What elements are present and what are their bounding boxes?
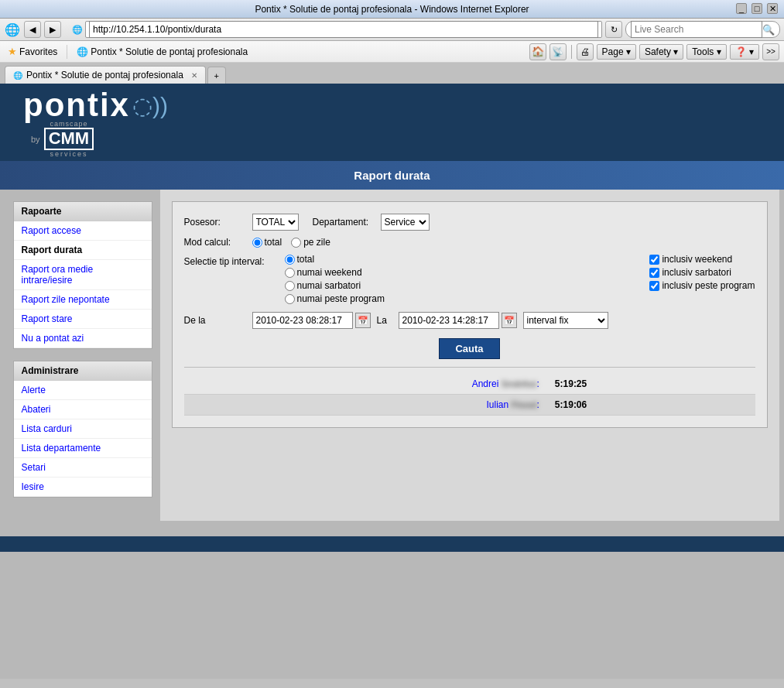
name-blur-andrei: Smdnfosi	[502, 379, 537, 388]
refresh-button[interactable]: ↻	[605, 21, 622, 38]
more-btn[interactable]: >>	[762, 43, 779, 60]
sidebar-item-lista-carduri[interactable]: Lista carduri	[14, 419, 152, 439]
interval-total-label[interactable]: total	[285, 254, 385, 265]
fav-sep	[67, 45, 67, 59]
tab-favicon: 🌐	[13, 71, 22, 80]
checkboxes-section: inclusiv weekend inclusiv sarbatori incl…	[649, 254, 755, 304]
maximize-btn[interactable]: □	[751, 3, 762, 14]
favorites-tab[interactable]: 🌐 Pontix * Solutie de pontaj profesional…	[74, 45, 251, 59]
address-bar[interactable]	[85, 21, 602, 38]
content-area: Rapoarte Raport accese Raport durata Rap…	[5, 190, 779, 521]
results-tbody: Andrei Smdnfosi: 5:19:25 Iulian Flnosd: …	[184, 374, 755, 416]
tab-pontix[interactable]: 🌐 Pontix * Solutie de pontaj profesional…	[5, 66, 206, 84]
sidebar-item-abateri[interactable]: Abateri	[14, 400, 152, 419]
inclusiv-sarbatori-checkbox[interactable]	[649, 268, 659, 278]
sidebar-item-iesire[interactable]: Iesire	[14, 477, 152, 497]
mod-calcul-pe-zile-radio[interactable]	[291, 238, 301, 248]
cauta-button[interactable]: Cauta	[439, 338, 499, 359]
de-la-calendar-btn[interactable]: 📅	[355, 313, 371, 328]
back-button[interactable]: ◀	[24, 21, 41, 38]
results-container: Andrei Smdnfosi: 5:19:25 Iulian Flnosd: …	[184, 367, 755, 416]
search-icon[interactable]: 🔍	[762, 24, 775, 36]
tab-label: Pontix * Solutie de pontaj profesionala	[26, 70, 183, 80]
mod-calcul-total-label[interactable]: total	[252, 237, 282, 248]
favorites-site-label: Pontix * Solutie de pontaj profesionala	[91, 46, 248, 57]
favorites-button[interactable]: ★ Favorites	[5, 44, 60, 59]
search-input[interactable]	[631, 21, 762, 38]
de-la-input[interactable]	[252, 312, 353, 329]
selectie-tip-interval-label: Selectie tip interval:	[184, 254, 285, 267]
interval-total-radio[interactable]	[285, 255, 295, 265]
sidebar-item-raport-durata[interactable]: Raport durata	[14, 241, 152, 260]
interval-numai-weekend-radio[interactable]	[285, 268, 295, 278]
sidebar: Rapoarte Raport accese Raport durata Rap…	[5, 190, 160, 521]
forward-button[interactable]: ▶	[44, 21, 61, 38]
cmm-top-text: camscape	[50, 120, 87, 128]
feeds-btn[interactable]: 📡	[549, 43, 567, 60]
inclusiv-peste-program-text: inclusiv peste program	[662, 280, 755, 291]
page-btn[interactable]: Page ▾	[597, 44, 636, 60]
posesor-select[interactable]: TOTAL Andrei Iulian	[252, 214, 299, 231]
sidebar-rapoarte-title: Rapoarte	[14, 202, 152, 221]
interval-numai-weekend-text: numai weekend	[297, 267, 362, 278]
interval-numai-peste-program-text: numai peste program	[297, 293, 385, 304]
result-name-iulian[interactable]: Iulian Flnosd:	[184, 395, 547, 416]
safety-btn[interactable]: Safety ▾	[639, 44, 683, 60]
interval-numai-peste-program-label[interactable]: numai peste program	[285, 293, 385, 304]
date-section: De la 📅 La 📅 interval fix interval relat…	[184, 312, 755, 329]
inclusiv-weekend-checkbox[interactable]	[649, 255, 659, 265]
tab-close-icon[interactable]: ✕	[191, 71, 197, 80]
inclusiv-sarbatori-label[interactable]: inclusiv sarbatori	[649, 267, 755, 278]
fav-site-icon: 🌐	[77, 46, 88, 57]
la-input[interactable]	[399, 312, 499, 329]
mod-calcul-pe-zile-text: pe zile	[303, 237, 330, 248]
sidebar-item-raport-ora-medie[interactable]: Raport ora medie intrare/iesire	[14, 260, 152, 290]
sidebar-item-raport-stare[interactable]: Raport stare	[14, 310, 152, 329]
sidebar-item-setari[interactable]: Setari	[14, 458, 152, 477]
result-name-andrei[interactable]: Andrei Smdnfosi:	[184, 374, 547, 395]
interval-numai-weekend-label[interactable]: numai weekend	[285, 267, 385, 278]
help-btn[interactable]: ❓ ▾	[730, 44, 759, 60]
minimize-btn[interactable]: _	[736, 3, 747, 14]
inclusiv-peste-program-checkbox[interactable]	[649, 281, 659, 291]
sidebar-administrare: Administrare Alerte Abateri Lista cardur…	[13, 361, 152, 498]
tools-btn[interactable]: Tools ▾	[686, 44, 726, 60]
sidebar-item-raport-zile-nepontate[interactable]: Raport zile nepontate	[14, 290, 152, 310]
print-btn[interactable]: 🖨	[577, 43, 594, 60]
sidebar-administrare-title: Administrare	[14, 361, 152, 381]
new-tab-btn[interactable]: +	[207, 67, 226, 84]
home-btn[interactable]: 🏠	[529, 43, 546, 60]
sidebar-item-nu-a-pontat-azi[interactable]: Nu a pontat azi	[14, 329, 152, 348]
sidebar-item-raport-accese[interactable]: Raport accese	[14, 221, 152, 241]
main-panel: Posesor: TOTAL Andrei Iulian Departament…	[160, 190, 779, 521]
logo-text: pontix	[23, 87, 130, 124]
interval-row: Selectie tip interval: total numai weeke…	[184, 254, 385, 304]
report-panel: Posesor: TOTAL Andrei Iulian Departament…	[172, 201, 768, 428]
sidebar-rapoarte: Rapoarte Raport accese Raport durata Rap…	[13, 201, 152, 349]
interval-numai-peste-program-radio[interactable]	[285, 294, 295, 304]
inclusiv-sarbatori-text: inclusiv sarbatori	[662, 267, 731, 278]
interval-numai-sarbatori-radio[interactable]	[285, 281, 295, 291]
table-row: Andrei Smdnfosi: 5:19:25	[184, 374, 755, 395]
posesor-departament-row: Posesor: TOTAL Andrei Iulian Departament…	[184, 214, 755, 231]
la-calendar-btn[interactable]: 📅	[502, 313, 517, 328]
departament-select[interactable]: Service IT HR	[381, 214, 430, 231]
mod-calcul-pe-zile-label[interactable]: pe zile	[291, 237, 330, 248]
interval-numai-sarbatori-label[interactable]: numai sarbatori	[285, 280, 385, 291]
inclusiv-peste-program-label[interactable]: inclusiv peste program	[649, 280, 755, 291]
cmm-logo: camscape CMM services	[44, 120, 94, 157]
sidebar-item-lista-departamente[interactable]: Lista departamente	[14, 439, 152, 458]
sidebar-item-alerte[interactable]: Alerte	[14, 381, 152, 400]
inclusiv-weekend-label[interactable]: inclusiv weekend	[649, 254, 755, 265]
ie-logo-icon: 🌐	[4, 21, 21, 38]
la-label: La	[377, 315, 392, 326]
favorites-bar: ★ Favorites 🌐 Pontix * Solutie de pontaj…	[0, 41, 784, 63]
interval-type-select[interactable]: interval fix interval relativ	[523, 312, 608, 329]
address-input[interactable]	[89, 21, 598, 38]
cmm-main-text: CMM	[44, 128, 94, 149]
interval-options: total numai weekend numai sarbatori	[285, 254, 385, 304]
close-btn[interactable]: ✕	[767, 3, 778, 14]
cmm-bottom-text: services	[50, 150, 87, 158]
mod-calcul-total-radio[interactable]	[252, 238, 262, 248]
interval-section: Selectie tip interval: total numai weeke…	[184, 254, 755, 304]
